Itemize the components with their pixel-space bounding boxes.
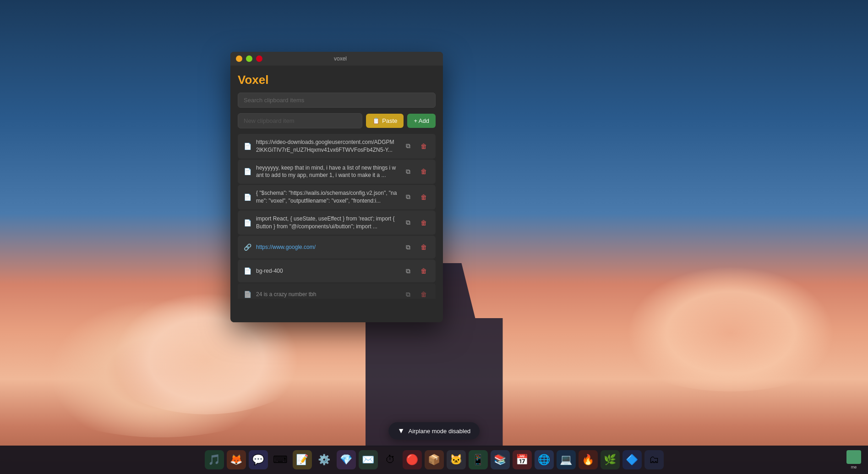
delete-button[interactable]: 🗑 (417, 140, 430, 153)
item-text: heyyyyyy, keep that in mind, i have a li… (256, 164, 397, 180)
delete-button[interactable]: 🗑 (417, 241, 430, 254)
window-controls: − □ × (236, 55, 262, 62)
taskbar-app-orange[interactable]: 📦 (425, 450, 444, 469)
delete-button[interactable]: 🗑 (417, 191, 430, 204)
add-button[interactable]: + Add (407, 114, 436, 128)
item-actions: ⧉🗑 (402, 165, 430, 178)
item-actions: ⧉🗑 (402, 191, 430, 204)
delete-button[interactable]: 🗑 (417, 216, 430, 229)
window-title: voxel (262, 55, 418, 62)
taskbar-git[interactable]: 🌿 (601, 450, 620, 469)
delete-button[interactable]: 🗑 (417, 288, 430, 301)
taskbar-time-machine[interactable]: ⏱ (381, 450, 400, 469)
app-title: Voxel (238, 73, 436, 87)
item-text: https://video-downloads.googleuserconten… (256, 138, 397, 154)
taskbar-cat-app[interactable]: 🐱 (447, 450, 466, 469)
new-item-input[interactable] (238, 113, 362, 128)
voxel-window: − □ × voxel Voxel 📋 Paste + Add 📄https:/… (230, 52, 443, 322)
toast-message: Airplane mode disabled (408, 428, 470, 435)
link-icon: 🔗 (243, 243, 251, 251)
taskbar-book[interactable]: 📚 (491, 450, 510, 469)
clipboard-item[interactable]: 📄heyyyyyy, keep that in mind, i have a l… (238, 160, 436, 184)
item-text: { "$schema": "https://wails.io/schemas/c… (256, 189, 397, 205)
file-icon: 📄 (243, 290, 251, 298)
taskbar-app-fire[interactable]: 🔥 (579, 450, 598, 469)
cloud-3 (593, 245, 868, 391)
clipboard-item[interactable]: 📄import React, { useState, useEffect } f… (238, 210, 436, 235)
item-actions: ⧉🗑 (402, 265, 430, 277)
title-bar: − □ × voxel (230, 52, 443, 66)
copy-button[interactable]: ⧉ (402, 191, 415, 204)
taskbar-vscode[interactable]: 💻 (557, 450, 576, 469)
copy-button[interactable]: ⧉ (402, 165, 415, 178)
taskbar-terminal[interactable]: ⌨ (271, 450, 290, 469)
item-text: https://www.google.com/ (256, 243, 397, 251)
taskbar-discord[interactable]: 💬 (249, 450, 268, 469)
taskbar-notes[interactable]: 📝 (293, 450, 312, 469)
wifi-icon: ▼ (398, 427, 405, 435)
clipboard-item[interactable]: 📄{ "$schema": "https://wails.io/schemas/… (238, 185, 436, 209)
taskbar-settings[interactable]: ⚙️ (315, 450, 334, 469)
taskbar-user[interactable]: me (844, 450, 863, 469)
taskbar-whatsapp[interactable]: 📱 (469, 450, 488, 469)
clipboard-list: 📄https://video-downloads.googleuserconte… (238, 134, 436, 315)
item-actions: ⧉🗑 (402, 216, 430, 229)
taskbar-app-blue[interactable]: 🔷 (622, 450, 642, 469)
search-input[interactable] (238, 93, 436, 108)
taskbar: 🎵🦊💬⌨📝⚙️💎✉️⏱🔴📦🐱📱📚📅🌐💻🔥🌿🔷🗂me (0, 446, 868, 474)
toast-notification: ▼ Airplane mode disabled (388, 422, 480, 440)
copy-button[interactable]: ⧉ (402, 288, 415, 301)
file-icon: 📄 (243, 142, 251, 150)
file-icon: 📄 (243, 167, 251, 176)
copy-button[interactable]: ⧉ (402, 265, 415, 277)
taskbar-calendar[interactable]: 📅 (513, 450, 532, 469)
paste-button[interactable]: 📋 Paste (366, 114, 404, 128)
item-text: bg-red-400 (256, 267, 397, 275)
paste-label: Paste (382, 117, 397, 124)
copy-button[interactable]: ⧉ (402, 140, 415, 153)
item-text: 24 is a crazy number tbh (256, 291, 397, 298)
clipboard-item[interactable]: 📄https://video-downloads.googleuserconte… (238, 134, 436, 159)
new-item-row: 📋 Paste + Add (238, 113, 436, 128)
close-button[interactable]: × (256, 55, 262, 62)
minimize-button[interactable]: − (236, 55, 242, 62)
item-text: import React, { useState, useEffect } fr… (256, 215, 397, 231)
copy-button[interactable]: ⧉ (402, 241, 415, 254)
file-icon: 📄 (243, 267, 251, 275)
maximize-button[interactable]: □ (246, 55, 252, 62)
avatar (846, 450, 861, 464)
clipboard-item[interactable]: 📄24 is a crazy number tbh⧉🗑 (238, 283, 436, 305)
add-label: + Add (414, 117, 429, 124)
taskbar-app-last[interactable]: 🗂 (644, 450, 664, 469)
clipboard-item[interactable]: 🔗https://www.google.com/⧉🗑 (238, 236, 436, 259)
delete-button[interactable]: 🗑 (417, 165, 430, 178)
clipboard-item[interactable]: 📄bg-red-400⧉🗑 (238, 259, 436, 282)
item-actions: ⧉🗑 (402, 288, 430, 301)
file-icon: 📄 (243, 193, 251, 201)
user-label: me (851, 465, 857, 469)
copy-button[interactable]: ⧉ (402, 216, 415, 229)
taskbar-chrome[interactable]: 🌐 (535, 450, 554, 469)
item-actions: ⧉🗑 (402, 241, 430, 254)
taskbar-crystal[interactable]: 💎 (337, 450, 356, 469)
taskbar-spotify[interactable]: 🎵 (205, 450, 224, 469)
delete-button[interactable]: 🗑 (417, 265, 430, 277)
item-actions: ⧉🗑 (402, 140, 430, 153)
file-icon: 📄 (243, 219, 251, 227)
taskbar-firefox-fox[interactable]: 🦊 (227, 450, 246, 469)
taskbar-app-red[interactable]: 🔴 (403, 450, 422, 469)
app-content: Voxel 📋 Paste + Add 📄https://video-downl… (230, 66, 443, 322)
clipboard-icon: 📋 (372, 117, 380, 124)
taskbar-messages[interactable]: ✉️ (359, 450, 378, 469)
